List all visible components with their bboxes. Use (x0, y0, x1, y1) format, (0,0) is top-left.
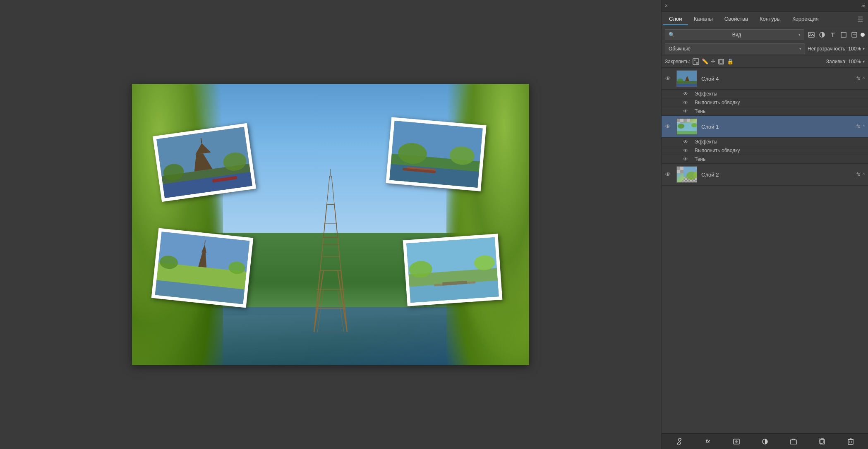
lock-move-icon[interactable]: ✛ (711, 58, 715, 64)
layer-1-stroke-visibility[interactable]: 👁 (683, 148, 691, 153)
svg-rect-63 (677, 119, 680, 122)
layer-4-stroke-effect: 👁 Выполнить обводку (662, 98, 868, 107)
svg-rect-50 (841, 32, 846, 37)
svg-rect-74 (680, 167, 683, 170)
fill-chevron-icon: ▾ (863, 59, 865, 64)
tab-properties[interactable]: Свойства (719, 13, 754, 25)
svg-rect-54 (694, 60, 695, 61)
filter-adjustment-icon[interactable] (818, 30, 827, 39)
svg-rect-84 (791, 440, 796, 444)
layer-1-stroke-label: Выполнить обводку (695, 148, 740, 153)
layer-1-visibility-icon[interactable]: 👁 (665, 123, 673, 130)
filter-select[interactable]: 🔍 Вид ▾ (665, 29, 804, 40)
filter-shape-icon[interactable] (839, 30, 848, 39)
opacity-value[interactable]: 100% (848, 46, 861, 52)
lock-transparent-icon[interactable] (693, 58, 699, 65)
layer-4-shadow-visibility[interactable]: 👁 (683, 108, 691, 114)
layer-list: 👁 Слой 4 fx ^ 👁 Эффекты (662, 68, 868, 433)
filter-row: 🔍 Вид ▾ T (662, 27, 868, 42)
panel-collapse-button[interactable]: «» (861, 3, 865, 8)
layer-4-thumbnail (676, 70, 697, 87)
filter-image-icon[interactable] (807, 30, 816, 39)
panel-tabs: Слои Каналы Свойства Контуры Коррекция ☰ (662, 12, 868, 27)
blend-mode-label: Обычные (669, 46, 691, 52)
layer-2-fx-label: fx (856, 172, 860, 177)
panel-menu-icon[interactable]: ☰ (854, 15, 866, 23)
svg-point-62 (677, 79, 683, 83)
layer-4-effects-visibility[interactable]: 👁 (683, 91, 691, 97)
layer-1-expand-icon[interactable]: ^ (863, 124, 865, 129)
photo-card-top-left (153, 123, 256, 202)
photo-inner-bottom-left (155, 232, 250, 304)
new-layer-button[interactable] (816, 436, 828, 447)
panel-topbar: × «» (662, 0, 868, 12)
svg-rect-73 (677, 167, 680, 170)
layer-4-expand-icon[interactable]: ^ (863, 76, 865, 81)
new-group-button[interactable] (788, 436, 799, 447)
layer-item-2[interactable]: 👁 Слой 2 fx (662, 164, 868, 186)
tab-paths[interactable]: Контуры (754, 13, 786, 25)
svg-rect-64 (680, 119, 683, 122)
opacity-control: Непрозрачность: 100% ▾ (808, 46, 865, 52)
layer-2-visibility-icon[interactable]: 👁 (665, 171, 673, 178)
svg-marker-1 (314, 270, 320, 332)
tab-corrections[interactable]: Коррекция (786, 13, 825, 25)
fill-value[interactable]: 100% (848, 59, 861, 64)
layer-1-shadow-visibility[interactable]: 👁 (683, 156, 691, 162)
svg-line-80 (679, 441, 680, 442)
lock-all-icon[interactable]: 🔒 (727, 58, 734, 64)
svg-point-48 (810, 33, 811, 34)
tab-channels[interactable]: Каналы (688, 13, 719, 25)
filter-smart-icon[interactable] (850, 30, 859, 39)
layer-4-effects-group: 👁 Эффекты (662, 90, 868, 98)
layer-item-4[interactable]: 👁 Слой 4 fx ^ (662, 68, 868, 90)
svg-marker-4 (324, 204, 338, 237)
add-mask-button[interactable] (731, 436, 742, 447)
svg-line-37 (205, 240, 205, 244)
lock-row: Закрепить: ✏️ ✛ 🔒 Заливка: 100% ▾ (662, 55, 868, 68)
lock-icons: ✏️ ✛ 🔒 (693, 58, 734, 65)
svg-marker-5 (327, 176, 334, 205)
svg-marker-2 (341, 270, 347, 332)
blend-mode-select[interactable]: Обычные ▾ (665, 43, 805, 54)
lock-image-icon[interactable]: ✏️ (702, 58, 708, 64)
layer-1-effects-label: Эффекты (695, 139, 717, 145)
svg-point-82 (735, 440, 738, 443)
layer-1-thumbnail (676, 118, 697, 135)
layer-4-name: Слой 4 (701, 76, 856, 82)
layer-1-effects-visibility[interactable]: 👁 (683, 139, 691, 145)
svg-rect-75 (677, 170, 680, 173)
layer-4-shadow-label: Тень (695, 108, 705, 114)
lock-artboard-icon[interactable] (718, 58, 724, 65)
photo-card-top-right (386, 117, 486, 191)
delete-layer-button[interactable] (845, 436, 856, 447)
eiffel-tower (306, 167, 355, 332)
layer-2-expand-icon[interactable]: ^ (863, 172, 865, 177)
svg-rect-87 (848, 439, 853, 444)
new-adjustment-button[interactable] (759, 436, 771, 447)
filter-chevron-icon: ▾ (798, 33, 801, 37)
blend-chevron-icon: ▾ (799, 47, 801, 51)
photo-inner-bottom-right (406, 237, 499, 303)
add-layer-style-button[interactable]: fx (702, 436, 714, 447)
layer-4-fx-label: fx (856, 76, 860, 81)
panel-close-button[interactable]: × (665, 3, 668, 9)
layer-1-stroke-effect: 👁 Выполнить обводку (662, 146, 868, 155)
svg-rect-70 (677, 131, 697, 135)
layer-toolbar: fx (662, 433, 868, 449)
blend-opacity-row: Обычные ▾ Непрозрачность: 100% ▾ (662, 42, 868, 55)
layer-4-stroke-visibility[interactable]: 👁 (683, 100, 691, 105)
svg-rect-55 (696, 62, 698, 64)
layer-4-visibility-icon[interactable]: 👁 (665, 75, 673, 82)
tab-layers[interactable]: Слои (663, 13, 688, 25)
layer-1-fx-label: fx (856, 124, 860, 129)
link-layers-button[interactable] (674, 436, 685, 447)
layer-item-1[interactable]: 👁 (662, 116, 868, 138)
layer-2-name: Слой 2 (701, 172, 856, 178)
layers-panel-content: 🔍 Вид ▾ T (662, 27, 868, 449)
filter-text-icon[interactable]: T (828, 30, 837, 39)
layer-4-effects-label: Эффекты (695, 91, 717, 97)
search-icon: 🔍 (669, 32, 675, 38)
layer-1-name: Слой 1 (701, 124, 856, 130)
photo-inner-top-right (389, 121, 483, 188)
